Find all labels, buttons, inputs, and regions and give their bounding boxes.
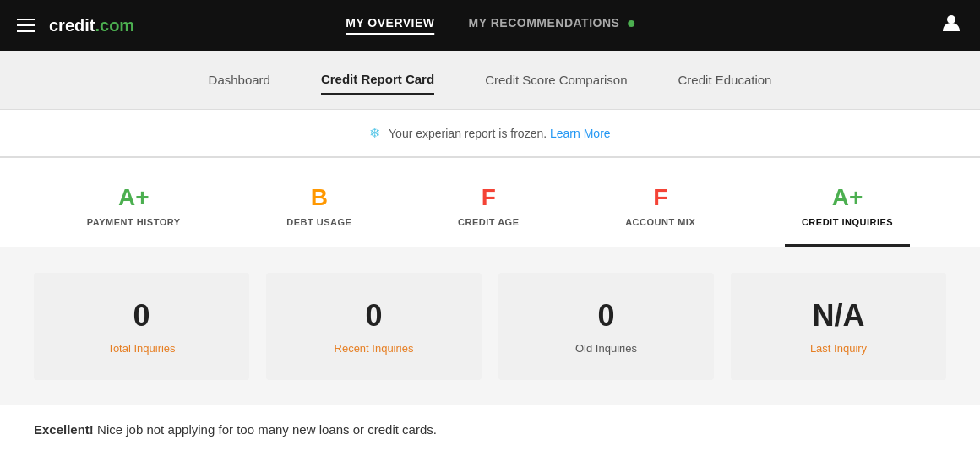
- stat-label-old-inquiries: Old Inquiries: [575, 342, 637, 355]
- learn-more-link[interactable]: Learn More: [550, 127, 611, 140]
- grade-credit-age[interactable]: F CREDIT AGE: [441, 175, 536, 244]
- grade-debt-usage[interactable]: B DEBT USAGE: [270, 175, 368, 244]
- svg-point-0: [947, 15, 956, 24]
- hamburger-menu[interactable]: [17, 19, 35, 32]
- grade-letter-payment-history: A+: [118, 183, 150, 212]
- grades-row: A+ PAYMENT HISTORY B DEBT USAGE F CREDIT…: [0, 158, 980, 247]
- grade-label-payment-history: PAYMENT HISTORY: [87, 217, 181, 227]
- top-nav: credit.com MY OVERVIEW MY RECOMMENDATION…: [0, 0, 980, 51]
- nav-my-overview[interactable]: MY OVERVIEW: [346, 16, 434, 35]
- stat-value-recent-inquiries: 0: [365, 298, 382, 334]
- stat-value-old-inquiries: 0: [597, 298, 614, 334]
- frozen-text: Your experian report is frozen.: [389, 127, 547, 140]
- top-nav-links: MY OVERVIEW MY RECOMMENDATIONS: [346, 16, 634, 35]
- stat-old-inquiries: 0 Old Inquiries: [498, 273, 714, 380]
- grade-label-account-mix: ACCOUNT MIX: [625, 217, 695, 227]
- grade-label-credit-inquiries: CREDIT INQUIRIES: [802, 217, 893, 227]
- grade-letter-account-mix: F: [653, 183, 667, 212]
- grade-credit-inquiries[interactable]: A+ CREDIT INQUIRIES: [785, 175, 910, 247]
- logo: credit.com: [49, 16, 134, 35]
- stat-label-last-inquiry: Last Inquiry: [810, 342, 867, 355]
- user-icon[interactable]: [939, 11, 963, 40]
- stat-label-recent-inquiries: Recent Inquiries: [335, 342, 414, 355]
- grade-label-credit-age: CREDIT AGE: [458, 217, 519, 227]
- stat-value-total-inquiries: 0: [133, 298, 150, 334]
- frozen-banner: ❄ Your experian report is frozen. Learn …: [0, 110, 980, 157]
- description-text: Nice job not applying for too many new l…: [94, 422, 437, 437]
- stat-last-inquiry: N/A Last Inquiry: [731, 273, 946, 380]
- sub-nav: Dashboard Credit Report Card Credit Scor…: [0, 51, 980, 110]
- grade-letter-debt-usage: B: [311, 183, 328, 212]
- stats-row: 0 Total Inquiries 0 Recent Inquiries 0 O…: [0, 247, 980, 405]
- nav-my-recommendations[interactable]: MY RECOMMENDATIONS: [469, 16, 634, 35]
- subnav-credit-education[interactable]: Credit Education: [678, 66, 772, 94]
- stat-label-total-inquiries: Total Inquiries: [107, 342, 175, 355]
- grade-label-debt-usage: DEBT USAGE: [286, 217, 351, 227]
- stat-total-inquiries: 0 Total Inquiries: [34, 273, 249, 380]
- stat-value-last-inquiry: N/A: [813, 298, 865, 334]
- subnav-credit-score-comparison[interactable]: Credit Score Comparison: [485, 66, 627, 94]
- grade-letter-credit-age: F: [482, 183, 496, 212]
- grade-letter-credit-inquiries: A+: [832, 183, 863, 212]
- snowflake-icon: ❄: [369, 126, 380, 140]
- subnav-dashboard[interactable]: Dashboard: [209, 66, 270, 94]
- grade-payment-history[interactable]: A+ PAYMENT HISTORY: [70, 175, 198, 244]
- description-bold: Excellent!: [34, 422, 94, 437]
- grade-account-mix[interactable]: F ACCOUNT MIX: [608, 175, 712, 244]
- description: Excellent! Nice job not applying for too…: [0, 405, 980, 451]
- subnav-credit-report-card[interactable]: Credit Report Card: [321, 65, 434, 95]
- stat-recent-inquiries: 0 Recent Inquiries: [266, 273, 482, 380]
- recommendations-dot-indicator: [628, 20, 634, 27]
